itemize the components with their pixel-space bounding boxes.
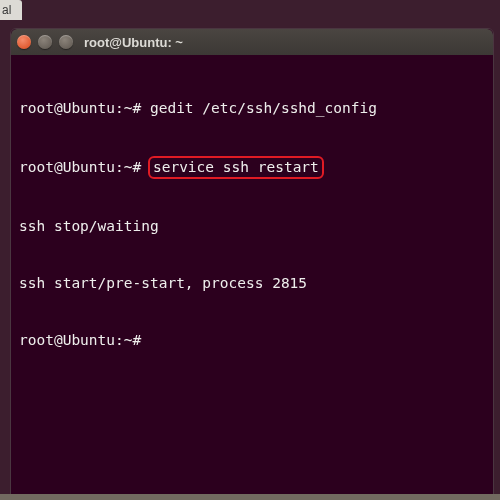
terminal-body[interactable]: root@Ubuntu:~# gedit /etc/ssh/sshd_confi… (11, 55, 493, 497)
close-icon[interactable] (17, 35, 31, 49)
desktop-background (0, 0, 8, 500)
highlighted-command: service ssh restart (148, 156, 324, 179)
window-titlebar[interactable]: root@Ubuntu: ~ (11, 29, 493, 55)
terminal-output: ssh start/pre-start, process 2815 (19, 274, 485, 293)
terminal-line: root@Ubuntu:~# gedit /etc/ssh/sshd_confi… (19, 99, 485, 118)
terminal-window: root@Ubuntu: ~ root@Ubuntu:~# gedit /etc… (10, 28, 494, 498)
prompt: root@Ubuntu:~# (19, 159, 150, 175)
terminal-output: ssh stop/waiting (19, 217, 485, 236)
prompt: root@Ubuntu:~# (19, 332, 150, 348)
bottom-edge (0, 494, 500, 500)
partial-tab: al (0, 0, 22, 20)
minimize-icon[interactable] (38, 35, 52, 49)
terminal-line: root@Ubuntu:~# service ssh restart (19, 156, 485, 179)
maximize-icon[interactable] (59, 35, 73, 49)
window-title: root@Ubuntu: ~ (84, 35, 183, 50)
command-text: gedit /etc/ssh/sshd_config (150, 100, 377, 116)
terminal-line: root@Ubuntu:~# (19, 331, 485, 350)
prompt: root@Ubuntu:~# (19, 100, 150, 116)
